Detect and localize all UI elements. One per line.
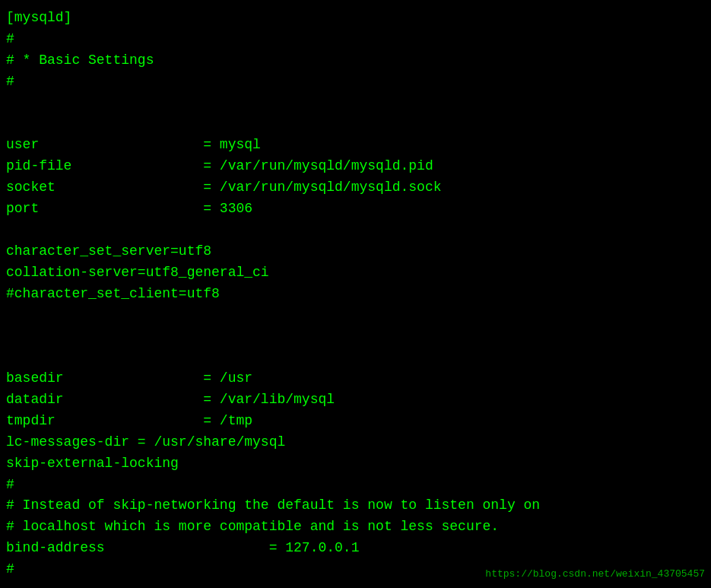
- watermark: https://blog.csdn.net/weixin_43705457: [485, 567, 705, 582]
- config-content: [mysqld] # # * Basic Settings # user = m…: [0, 0, 711, 588]
